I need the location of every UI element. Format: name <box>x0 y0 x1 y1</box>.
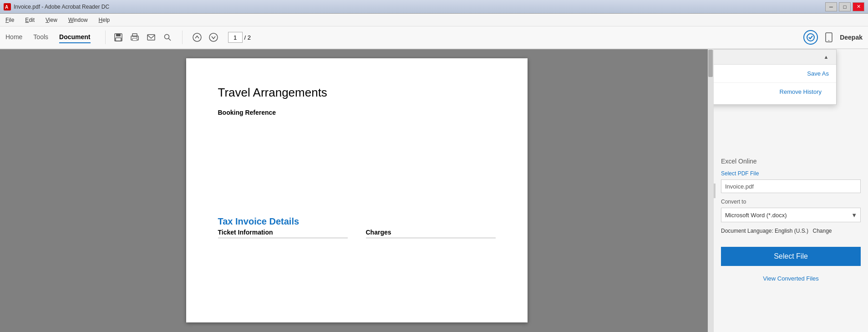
title-bar: A Invoice.pdf - Adobe Acrobat Reader DC … <box>0 0 868 14</box>
toolbar-separator-1 <box>105 31 106 44</box>
menu-file[interactable]: File <box>4 16 16 24</box>
menu-view[interactable]: View <box>44 16 59 24</box>
save-icon[interactable] <box>113 32 124 43</box>
page-number-input[interactable] <box>228 32 243 43</box>
remove-history-link[interactable]: Remove History <box>713 85 829 99</box>
prev-page-icon[interactable] <box>192 32 203 43</box>
toolbar-icons: / 2 <box>113 31 251 44</box>
export-popup: EXPORTED FILES ▲ Invoice.pdf Save As Rem… <box>713 49 837 105</box>
convert-to-label: Convert to <box>721 199 861 205</box>
pdf-scrollbar[interactable] <box>708 49 713 332</box>
svg-point-8 <box>137 37 137 38</box>
select-file-button[interactable]: Select File <box>721 247 861 266</box>
svg-rect-3 <box>116 34 121 36</box>
main-area: Travel Arrangements Booking Reference Ta… <box>0 49 868 332</box>
svg-line-11 <box>168 39 171 41</box>
app-icon: A <box>4 3 11 10</box>
doc-language-label: Document Language: <box>721 228 773 234</box>
pdf-section-title: Tax Invoice Details <box>218 216 496 227</box>
select-pdf-file-label: Select PDF File <box>721 170 861 177</box>
window-title: Invoice.pdf - Adobe Acrobat Reader DC <box>14 4 825 10</box>
menu-help[interactable]: Help <box>97 16 112 24</box>
toolbar-separator-2 <box>182 31 183 44</box>
check-icon[interactable] <box>803 30 818 45</box>
next-page-icon[interactable] <box>208 32 219 43</box>
pdf-scroll-thumb[interactable] <box>708 50 713 77</box>
panel-excel-section: Excel Online Select PDF File Convert to … <box>714 154 868 240</box>
pdf-col-ticket: Ticket Information <box>218 229 348 238</box>
page-navigation: / 2 <box>228 32 251 43</box>
collapse-up-icon[interactable]: ▲ <box>824 54 829 60</box>
doc-language-section: Document Language: English (U.S.) Change <box>721 228 861 234</box>
right-panel: ▶ EXPORTED FILES ▲ Invoice.pdf Save As R… <box>713 49 868 332</box>
mobile-icon[interactable] <box>823 32 834 43</box>
pdf-col-ticket-title: Ticket Information <box>218 229 348 238</box>
pdf-file-input[interactable] <box>721 179 861 193</box>
menu-window[interactable]: Window <box>66 16 90 24</box>
menu-bar: File Edit View Window Help <box>0 14 868 26</box>
convert-to-wrapper: Microsoft Word (*.docx) ▼ <box>721 208 861 222</box>
user-name: Deepak <box>840 34 863 41</box>
nav-document[interactable]: Document <box>59 31 90 43</box>
menu-edit[interactable]: Edit <box>23 16 36 24</box>
print-icon[interactable] <box>129 32 140 43</box>
change-language-link[interactable]: Change <box>812 228 832 234</box>
svg-point-13 <box>209 33 218 41</box>
save-as-link[interactable]: Save As <box>807 70 829 77</box>
svg-point-10 <box>164 35 169 39</box>
toolbar-right: Deepak <box>803 30 863 45</box>
toolbar: Home Tools Document <box>0 26 868 49</box>
pdf-booking-ref: Booking Reference <box>218 109 496 116</box>
pdf-col-charges-title: Charges <box>366 229 496 238</box>
pdf-title: Travel Arrangements <box>218 86 496 100</box>
excel-online-label: Excel Online <box>721 158 861 165</box>
svg-point-12 <box>193 33 201 41</box>
svg-rect-4 <box>116 38 121 41</box>
search-icon[interactable] <box>162 32 173 43</box>
window-controls: ─ □ ✕ <box>825 2 864 11</box>
pdf-viewer[interactable]: Travel Arrangements Booking Reference Ta… <box>0 49 713 332</box>
email-icon[interactable] <box>146 32 157 43</box>
svg-rect-6 <box>132 38 137 41</box>
maximize-button[interactable]: □ <box>839 2 851 11</box>
toolbar-nav: Home Tools Document <box>5 31 91 43</box>
doc-language-value: English (U.S.) <box>775 228 808 234</box>
pdf-col-charges: Charges <box>366 229 496 238</box>
nav-home[interactable]: Home <box>5 31 22 43</box>
svg-text:A: A <box>5 5 8 10</box>
export-file-row: Invoice.pdf Save As <box>713 65 836 83</box>
pdf-columns: Ticket Information Charges <box>218 229 496 238</box>
export-popup-header: EXPORTED FILES ▲ <box>713 50 836 65</box>
svg-point-14 <box>807 34 814 41</box>
panel-collapse-arrow[interactable]: ▶ <box>713 184 716 198</box>
nav-tools[interactable]: Tools <box>33 31 48 43</box>
page-total: / 2 <box>244 34 251 41</box>
svg-rect-9 <box>147 35 155 40</box>
view-converted-files-link[interactable]: View Converted Files <box>714 270 868 287</box>
convert-to-select[interactable]: Microsoft Word (*.docx) <box>721 208 861 222</box>
minimize-button[interactable]: ─ <box>825 2 837 11</box>
svg-point-16 <box>828 40 829 41</box>
close-button[interactable]: ✕ <box>853 2 864 11</box>
pdf-page: Travel Arrangements Booking Reference Ta… <box>186 58 528 322</box>
